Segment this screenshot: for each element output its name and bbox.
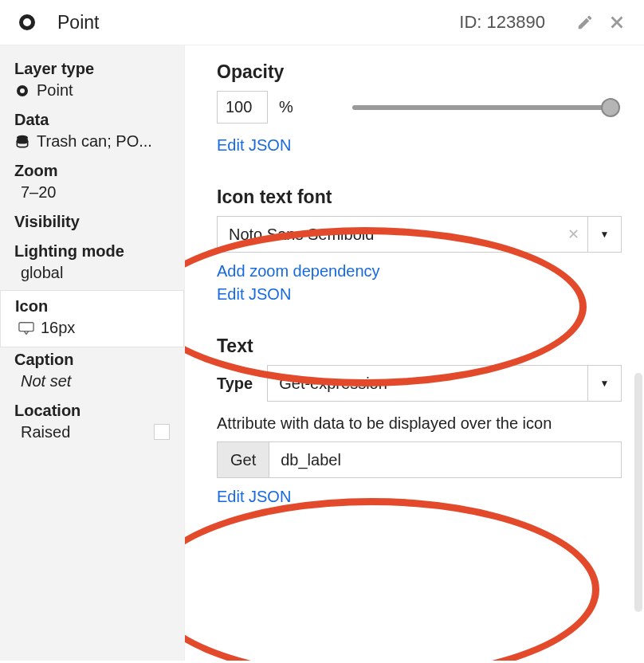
- caption-value: Not set: [14, 372, 170, 390]
- header: Point ID: 123890: [0, 0, 644, 45]
- text-type-select[interactable]: Get-expression ▼: [267, 365, 622, 402]
- id-value: 123890: [487, 12, 545, 32]
- sidebar-data[interactable]: Data Trash can; PO...: [0, 108, 184, 159]
- sidebar-layer-type[interactable]: Layer type Point: [0, 57, 184, 108]
- scrollbar[interactable]: [634, 373, 642, 612]
- point-icon: [19, 14, 35, 30]
- text-edit-json-link[interactable]: Edit JSON: [217, 488, 291, 506]
- location-label: Location: [14, 402, 170, 420]
- sidebar-lighting[interactable]: Lighting mode global: [0, 239, 184, 290]
- opacity-unit: %: [279, 98, 293, 116]
- text-block: Text Type Get-expression ▼ Attribute wit…: [217, 335, 622, 511]
- database-icon: [14, 134, 30, 150]
- sidebar-caption[interactable]: Caption Not set: [0, 347, 184, 398]
- annotation-oval: [185, 498, 599, 661]
- slider-thumb[interactable]: [601, 98, 620, 117]
- data-label: Data: [14, 111, 170, 129]
- text-get-field[interactable]: Get db_label: [217, 441, 622, 478]
- get-chip: Get: [217, 441, 269, 478]
- chevron-down-icon[interactable]: ▼: [587, 366, 621, 401]
- get-value-input[interactable]: db_label: [269, 441, 622, 478]
- svg-rect-2: [19, 322, 33, 331]
- zoom-label: Zoom: [14, 162, 170, 180]
- id-display: ID: 123890: [459, 12, 545, 33]
- opacity-input[interactable]: 100: [217, 91, 268, 124]
- lighting-label: Lighting mode: [14, 242, 170, 261]
- sidebar-icon-selected[interactable]: Icon 16px: [0, 290, 184, 347]
- text-title: Text: [217, 335, 622, 357]
- text-attr-label: Attribute with data to be displayed over…: [217, 413, 622, 434]
- lighting-value: global: [14, 264, 170, 282]
- location-value: Raised: [14, 423, 70, 441]
- opacity-block: Opacity 100 % Edit JSON: [217, 61, 622, 159]
- sidebar: Layer type Point Data Trash can; PO... Z…: [0, 45, 185, 661]
- sidebar-visibility[interactable]: Visibility: [0, 210, 184, 239]
- sidebar-zoom[interactable]: Zoom 7–20: [0, 159, 184, 210]
- icon-label: Icon: [15, 297, 169, 316]
- opacity-title: Opacity: [217, 61, 622, 83]
- add-zoom-link[interactable]: Add zoom dependency: [217, 262, 380, 280]
- content: Opacity 100 % Edit JSON Icon text font N…: [185, 45, 644, 661]
- chevron-down-icon[interactable]: ▼: [587, 217, 621, 252]
- opacity-slider[interactable]: [352, 98, 617, 117]
- icon-font-title: Icon text font: [217, 186, 622, 208]
- text-type-value: Get-expression: [268, 366, 587, 401]
- main: Layer type Point Data Trash can; PO... Z…: [0, 45, 644, 661]
- icon-font-select[interactable]: Noto Sans Semibold ✕ ▼: [217, 216, 622, 253]
- opacity-edit-json-link[interactable]: Edit JSON: [217, 136, 291, 155]
- icon-font-block: Icon text font Noto Sans Semibold ✕ ▼ Ad…: [217, 186, 622, 308]
- data-value: Trash can; PO...: [37, 132, 152, 151]
- iconfont-edit-json-link[interactable]: Edit JSON: [217, 285, 291, 304]
- icon-font-value: Noto Sans Semibold: [218, 217, 559, 252]
- label-bubble-icon: [18, 320, 34, 336]
- sidebar-location[interactable]: Location Raised: [0, 398, 184, 449]
- page-title: Point: [57, 12, 459, 33]
- id-label: ID:: [459, 12, 481, 32]
- slider-track: [352, 105, 617, 110]
- point-icon: [14, 83, 30, 99]
- edit-icon[interactable]: [574, 11, 596, 33]
- icon-value: 16px: [41, 319, 75, 337]
- zoom-value: 7–20: [14, 183, 170, 202]
- text-type-label: Type: [217, 375, 253, 393]
- layer-type-label: Layer type: [14, 60, 170, 78]
- clear-icon[interactable]: ✕: [559, 217, 587, 252]
- close-icon[interactable]: [606, 11, 628, 33]
- location-checkbox[interactable]: [154, 424, 170, 440]
- visibility-label: Visibility: [14, 213, 170, 231]
- layer-type-value: Point: [37, 81, 73, 100]
- caption-label: Caption: [14, 351, 170, 369]
